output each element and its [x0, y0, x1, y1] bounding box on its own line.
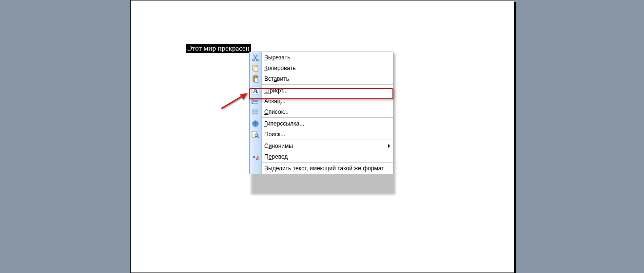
svg-text:a: a	[253, 154, 255, 159]
paragraph-icon	[252, 97, 259, 105]
menu-label: Поиск...	[264, 131, 285, 138]
menu-item-hyperlink[interactable]: Гиперссылка...	[250, 118, 393, 129]
menu-item-select-similar-formatting[interactable]: Выделить текст, имеющий такой же формат	[250, 163, 393, 174]
list-icon	[252, 108, 259, 116]
context-menu: Вырезать Копировать	[249, 52, 393, 174]
svg-point-10	[253, 111, 254, 112]
hyperlink-icon	[252, 120, 259, 127]
svg-rect-5	[254, 75, 257, 77]
menu-item-paragraph[interactable]: Абзац...	[250, 96, 393, 107]
svg-point-9	[253, 109, 254, 110]
find-icon	[252, 130, 259, 138]
selected-text[interactable]: Этот мир прекрасен	[186, 44, 251, 53]
menu-label: Список...	[264, 109, 289, 115]
font-icon: A	[252, 87, 259, 94]
translate-icon: a あ	[252, 153, 259, 161]
menu-label: Перевод	[264, 153, 288, 160]
menu-item-paste[interactable]: Вставить	[250, 73, 393, 84]
menu-label: Вставить	[264, 75, 289, 82]
menu-item-cut[interactable]: Вырезать	[250, 52, 393, 63]
svg-line-17	[221, 96, 243, 109]
menu-label: Синонимы	[264, 143, 293, 149]
document-page-container: Этот мир прекрасен Вырезать	[130, 0, 514, 273]
svg-point-0	[253, 59, 254, 61]
cut-icon	[252, 54, 259, 61]
menu-item-find[interactable]: Поиск...	[250, 129, 393, 140]
menu-label: Гиперссылка...	[264, 120, 304, 127]
svg-rect-3	[254, 67, 258, 72]
document-page[interactable]: Этот мир прекрасен Вырезать	[130, 0, 514, 273]
copy-icon	[252, 64, 259, 72]
menu-label: Шрифт...	[264, 87, 288, 94]
menu-item-synonyms[interactable]: Синонимы	[250, 141, 393, 151]
menu-item-copy[interactable]: Копировать	[250, 63, 393, 73]
svg-point-1	[256, 59, 258, 61]
chevron-right-icon	[388, 144, 390, 148]
menu-label: Копировать	[264, 65, 296, 72]
svg-text:あ: あ	[256, 156, 259, 160]
menu-item-font[interactable]: A Шрифт...	[250, 85, 393, 96]
menu-item-translate[interactable]: a あ Перевод	[250, 151, 393, 162]
svg-marker-18	[240, 93, 248, 100]
menu-item-list[interactable]: Список...	[250, 107, 393, 117]
menu-label: Вырезать	[264, 54, 290, 61]
menu-label: Выделить текст, имеющий такой же формат	[264, 165, 384, 172]
svg-point-11	[253, 113, 254, 114]
annotation-arrow-icon	[219, 91, 249, 110]
svg-rect-13	[252, 131, 257, 137]
svg-text:A: A	[253, 87, 258, 94]
menu-label: Абзац...	[264, 98, 286, 105]
svg-rect-6	[254, 78, 258, 82]
paste-icon	[252, 75, 259, 83]
